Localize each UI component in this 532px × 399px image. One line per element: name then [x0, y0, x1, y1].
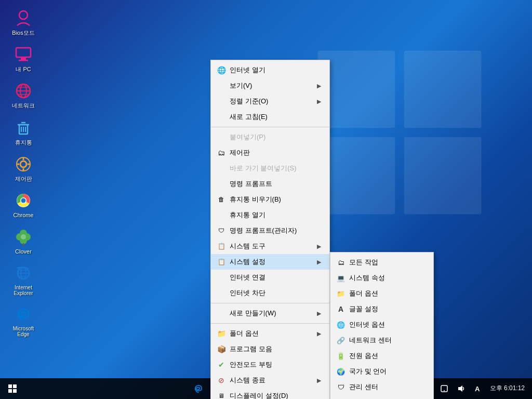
menu-item-shutdown-text: 시스템 종료 — [230, 376, 317, 385]
submenu-folder-options[interactable]: 📁 폴더 옵션 — [330, 286, 433, 301]
desktop-icon-clover[interactable]: Clover — [5, 224, 42, 258]
separator-3 — [211, 323, 329, 324]
svg-rect-7 — [19, 60, 28, 61]
svg-rect-6 — [21, 57, 26, 60]
clover-label: Clover — [15, 248, 32, 255]
prog-gather-icon: 📦 — [216, 344, 227, 354]
desktop-icons: Bios모드 내 PC 네트 — [5, 5, 42, 340]
menu-item-recycle-open-text: 휴지통 열기 — [230, 210, 321, 220]
menu-item-inet-connect[interactable]: 인터넷 연결 — [211, 270, 329, 285]
mypc-label: 내 PC — [16, 66, 31, 73]
menu-item-prog-gather[interactable]: 📦 프로그램 모음 — [211, 341, 329, 357]
submenu-system-props[interactable]: 💻 시스템 속성 — [330, 270, 433, 286]
bios-label: Bios모드 — [12, 30, 34, 36]
admin-center-label: 관리 센터 — [349, 382, 378, 392]
windows-icon — [8, 384, 17, 393]
refresh-icon — [216, 112, 227, 122]
menu-item-view[interactable]: 보기(V) ▶ — [211, 78, 329, 94]
system-tools-icon: 📋 — [216, 241, 227, 251]
cmd-admin-icon: 🛡 — [216, 225, 227, 236]
menu-item-paste-shortcut[interactable]: 바로 가기 붙여넣기(S) — [211, 161, 329, 176]
svg-point-50 — [444, 390, 445, 391]
menu-item-inet-block-text: 인터넷 차단 — [230, 288, 321, 298]
desktop-icon-bios[interactable]: Bios모드 — [5, 5, 42, 39]
recycle-icon — [13, 117, 34, 138]
folder-options-arrow: ▶ — [317, 330, 321, 337]
submenu-sound-settings[interactable]: 🔊 소리 설정 — [330, 395, 433, 399]
submenu-region-lang[interactable]: 🌍 국가 및 언어 — [330, 364, 433, 379]
system-props-label: 시스템 속성 — [349, 273, 385, 283]
sort-arrow: ▶ — [317, 98, 321, 105]
menu-item-safe-boot[interactable]: ✔ 안전모드 부팅 — [211, 357, 329, 373]
menu-item-shutdown[interactable]: ⊘ 시스템 종료 ▶ — [211, 373, 329, 388]
region-lang-icon: 🌍 — [336, 366, 346, 377]
start-button[interactable] — [0, 378, 25, 399]
desktop-icon-recycle[interactable]: 휴지통 — [5, 115, 42, 149]
menu-item-refresh[interactable]: 새로 고침(E) — [211, 109, 329, 125]
submenu: 🗂 모든 작업 💻 시스템 속성 📁 폴더 옵션 A 글꼴 설정 🌐 — [330, 252, 434, 399]
network-icon — [13, 81, 34, 101]
ie-small-icon: 🌐 — [216, 65, 227, 75]
menu-item-paste[interactable]: 붙여넣기(P) — [211, 129, 329, 145]
folder-options-small-icon: 📁 — [216, 328, 227, 339]
menu-item-recycle-empty[interactable]: 🗑 휴지통 비우기(B) — [211, 192, 329, 207]
svg-point-19 — [20, 161, 26, 167]
desktop-icon-control[interactable]: 제어판 — [5, 151, 42, 185]
chrome-label: Chrome — [13, 212, 33, 219]
taskbar-edge[interactable] — [188, 378, 209, 399]
new-icon — [216, 308, 227, 318]
menu-item-display-settings[interactable]: 🖥 디스플레이 설정(D) — [211, 388, 329, 399]
desktop-icon-network[interactable]: 네트워크 — [5, 78, 42, 112]
menu-item-cmd[interactable]: 명령 프롬프트 — [211, 176, 329, 192]
menu-item-inet-connect-text: 인터넷 연결 — [230, 273, 321, 282]
menu-item-system-tools[interactable]: 📋 시스템 도구 ▶ — [211, 238, 329, 254]
shutdown-arrow: ▶ — [317, 377, 321, 384]
ie-icon — [13, 263, 34, 284]
submenu-font-settings[interactable]: A 글꼴 설정 — [330, 301, 433, 317]
submenu-power-options[interactable]: 🔋 전원 옵션 — [330, 348, 433, 364]
menu-item-view-text: 보기(V) — [230, 81, 317, 90]
menu-item-paste-text: 붙여넣기(P) — [230, 132, 321, 142]
paste-icon — [216, 132, 227, 142]
desktop-icon-edge[interactable]: MicrosoftEdge — [5, 301, 42, 340]
recycle-empty-icon: 🗑 — [216, 194, 227, 205]
submenu-inet-options[interactable]: 🌐 인터넷 옵션 — [330, 317, 433, 332]
menu-item-cmd-admin[interactable]: 🛡 명령 프롬프트(관리자) — [211, 223, 329, 238]
ie-label: InternetExplorer — [14, 285, 33, 296]
svg-rect-1 — [404, 51, 482, 128]
bios-icon — [13, 8, 34, 29]
inet-options-icon: 🌐 — [336, 320, 346, 330]
tray-tablet-icon[interactable] — [437, 381, 451, 396]
desktop-icon-mypc[interactable]: 내 PC — [5, 42, 42, 75]
submenu-network-center[interactable]: 🔗 네트워크 센터 — [330, 332, 433, 348]
svg-rect-5 — [16, 48, 31, 57]
menu-item-inet-block[interactable]: 인터넷 차단 — [211, 285, 329, 301]
folder-options-icon: 📁 — [336, 288, 346, 299]
inet-connect-icon — [216, 272, 227, 283]
menu-item-folder-options-text: 폴더 옵션 — [230, 329, 317, 338]
submenu-admin-center[interactable]: 🛡 관리 센터 — [330, 379, 433, 395]
desktop-icon-chrome[interactable]: Chrome — [5, 188, 42, 221]
view-icon — [216, 81, 227, 91]
menu-item-folder-options[interactable]: 📁 폴더 옵션 ▶ — [211, 326, 329, 341]
font-settings-label: 글꼴 설정 — [349, 304, 378, 314]
desktop-icon-ie[interactable]: InternetExplorer — [5, 260, 42, 299]
menu-item-sort[interactable]: 정렬 기준(O) ▶ — [211, 94, 329, 109]
svg-point-33 — [21, 234, 26, 240]
menu-item-new[interactable]: 새로 만들기(W) ▶ — [211, 305, 329, 321]
font-settings-icon: A — [336, 304, 346, 314]
submenu-all-tasks[interactable]: 🗂 모든 작업 — [330, 255, 433, 270]
tray-keyboard-indicator[interactable]: A — [470, 381, 485, 396]
edge-label: MicrosoftEdge — [13, 326, 34, 337]
menu-item-control[interactable]: 🗂 제어판 — [211, 145, 329, 161]
tray-volume-icon[interactable] — [454, 381, 468, 396]
menu-item-display-settings-text: 디스플레이 설정(D) — [230, 391, 321, 399]
system-settings-arrow: ▶ — [317, 259, 321, 265]
tray-clock[interactable]: 오후 6:01:12 — [487, 384, 528, 393]
system-props-icon: 💻 — [336, 273, 346, 283]
folder-options-label: 폴더 옵션 — [349, 289, 378, 298]
menu-item-open-ie[interactable]: 🌐 인터넷 열기 — [211, 62, 329, 78]
control-small-icon: 🗂 — [216, 148, 227, 158]
menu-item-recycle-open[interactable]: 휴지통 열기 — [211, 207, 329, 223]
menu-item-system-settings[interactable]: 📋 시스템 설정 ▶ 🗂 모든 작업 💻 시스템 속성 📁 폴더 옵션 — [211, 254, 329, 270]
